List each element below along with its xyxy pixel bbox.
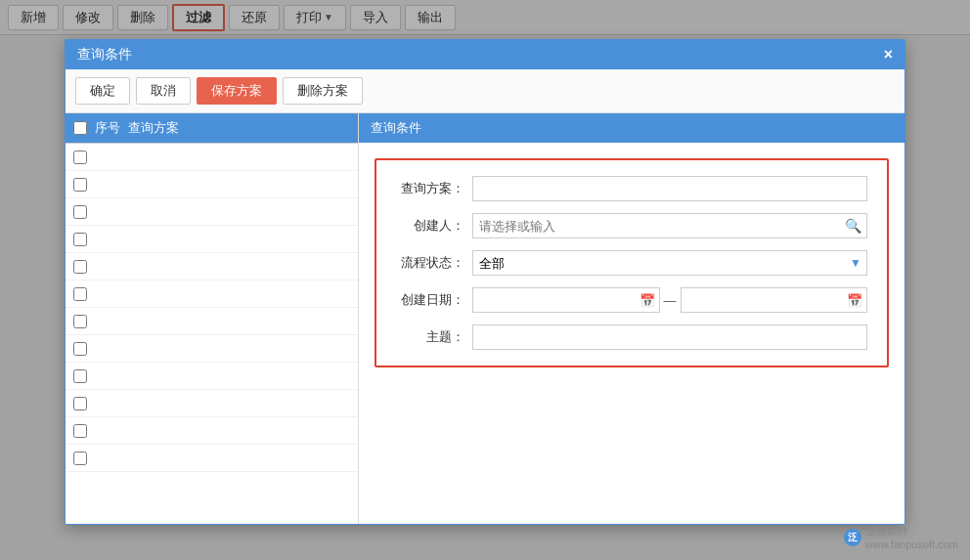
creator-input[interactable] (472, 213, 867, 238)
col-no-header: 序号 (95, 119, 120, 137)
delete-plan-button[interactable]: 删除方案 (283, 77, 363, 105)
row-checkbox[interactable] (73, 424, 87, 438)
right-panel: 查询条件 查询方案： 创建人： (359, 113, 904, 524)
save-plan-button[interactable]: 保存方案 (197, 77, 277, 105)
watermark: 泛 泛普软件 www.fanpusoft.com (844, 524, 958, 550)
list-item (66, 417, 358, 445)
date-range-wrap: 📅 — 📅 (472, 287, 867, 313)
modal-header: 查询条件 × (66, 40, 904, 69)
cancel-button[interactable]: 取消 (136, 77, 191, 105)
left-table-header: 序号 查询方案 (66, 113, 358, 144)
watermark-logo: 泛 (844, 529, 861, 546)
subject-label: 主题： (396, 328, 464, 346)
watermark-text: 泛普软件 www.fanpusoft.com (865, 524, 958, 550)
modal-dialog: 查询条件 × 确定 取消 保存方案 删除方案 序号 查询方案 (65, 39, 905, 525)
create-date-label: 创建日期： (396, 291, 464, 309)
row-checkbox[interactable] (73, 369, 87, 383)
row-checkbox[interactable] (73, 260, 87, 274)
row-checkbox[interactable] (73, 233, 87, 246)
row-checkbox[interactable] (73, 315, 87, 328)
subject-input[interactable] (472, 324, 867, 350)
row-checkbox[interactable] (73, 342, 87, 356)
row-checkbox[interactable] (73, 397, 87, 410)
list-item (66, 226, 358, 253)
flow-status-select[interactable]: 全部 进行中 已完成 已取消 (472, 250, 867, 276)
creator-label: 创建人： (396, 217, 464, 235)
query-plan-input[interactable] (472, 176, 867, 201)
list-item (66, 171, 358, 198)
row-checkbox[interactable] (73, 178, 87, 192)
creator-input-wrap: 🔍 (472, 213, 867, 238)
left-panel: 序号 查询方案 (66, 113, 359, 524)
subject-row: 主题： (396, 324, 867, 350)
col-plan-header: 查询方案 (128, 119, 179, 137)
list-item (66, 335, 358, 363)
modal-close-button[interactable]: × (884, 47, 893, 63)
row-checkbox[interactable] (73, 287, 87, 301)
flow-status-row: 流程状态： 全部 进行中 已完成 已取消 ▼ (396, 250, 867, 276)
select-all-checkbox[interactable] (73, 121, 87, 135)
date-start-input[interactable] (472, 287, 660, 313)
modal-overlay: 查询条件 × 确定 取消 保存方案 删除方案 序号 查询方案 (0, 0, 970, 560)
modal-body: 序号 查询方案 (66, 113, 904, 524)
list-item (66, 308, 358, 335)
modal-actions: 确定 取消 保存方案 删除方案 (66, 69, 904, 113)
date-separator: — (664, 293, 677, 308)
right-panel-title: 查询条件 (371, 120, 421, 135)
list-item (66, 445, 358, 472)
flow-status-label: 流程状态： (396, 254, 464, 272)
date-start-wrap: 📅 (472, 287, 660, 313)
modal-title: 查询条件 (77, 46, 132, 64)
date-end-input[interactable] (681, 287, 868, 313)
list-item (66, 253, 358, 280)
query-plan-label: 查询方案： (396, 180, 464, 197)
list-item (66, 280, 358, 308)
date-end-wrap: 📅 (681, 287, 868, 313)
left-table-rows (66, 144, 358, 524)
flow-status-wrap: 全部 进行中 已完成 已取消 ▼ (472, 250, 867, 276)
query-form: 查询方案： 创建人： 🔍 (375, 158, 889, 367)
right-panel-header: 查询条件 (359, 113, 904, 143)
create-date-row: 创建日期： 📅 — 📅 (396, 287, 867, 313)
right-panel-body: 查询方案： 创建人： 🔍 (359, 143, 904, 524)
row-checkbox[interactable] (73, 452, 87, 465)
row-checkbox[interactable] (73, 151, 87, 164)
query-plan-row: 查询方案： (396, 176, 867, 201)
list-item (66, 144, 358, 171)
creator-row: 创建人： 🔍 (396, 213, 867, 238)
list-item (66, 198, 358, 226)
list-item (66, 363, 358, 390)
confirm-button[interactable]: 确定 (75, 77, 130, 105)
list-item (66, 390, 358, 417)
row-checkbox[interactable] (73, 205, 87, 219)
